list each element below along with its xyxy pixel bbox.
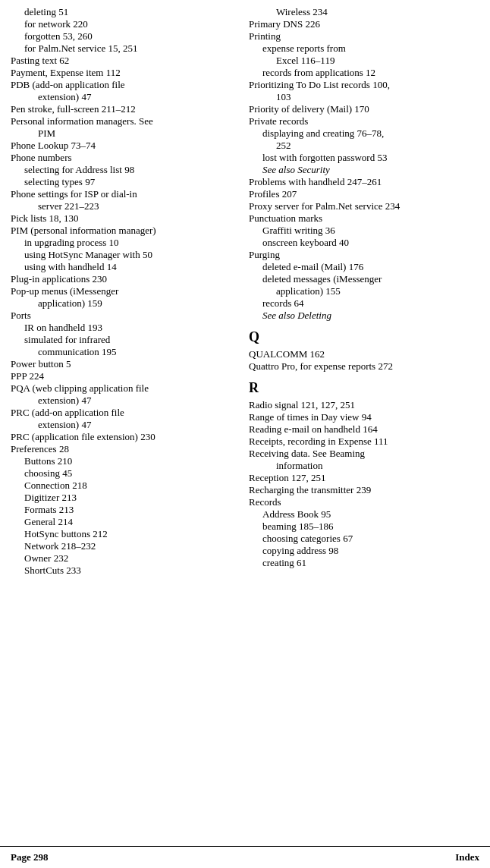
list-item: Records — [249, 496, 479, 508]
list-item: deleted e-mail (Mail) 176 — [249, 261, 479, 273]
list-item: Q — [249, 329, 479, 345]
list-item: PIM — [11, 127, 241, 140]
list-item: Printing — [249, 30, 479, 42]
list-item: for Palm.Net service 15, 251 — [11, 42, 241, 55]
list-item: Plug-in applications 230 — [11, 273, 241, 285]
list-item: displaying and creating 76–78, — [249, 127, 479, 140]
list-item: Phone Lookup 73–74 — [11, 140, 241, 152]
list-item: Range of times in Day view 94 — [249, 411, 479, 423]
list-item: PPP 224 — [11, 370, 241, 382]
list-item: deleted messages (iMessenger — [249, 273, 479, 285]
list-item: PRC (application file extension) 230 — [11, 431, 241, 443]
list-item: lost with forgotten password 53 — [249, 152, 479, 164]
list-item: application) 155 — [249, 285, 479, 297]
page-container: deleting 51for network 220forgotten 53, … — [0, 0, 490, 868]
list-item: Payment, Expense item 112 — [11, 67, 241, 79]
list-item: R — [249, 380, 479, 396]
list-item: Ports — [11, 310, 241, 322]
list-item: HotSync buttons 212 — [11, 528, 241, 540]
list-item: QUALCOMM 162 — [249, 348, 479, 360]
list-item: Receipts, recording in Expense 111 — [249, 436, 479, 448]
list-item: selecting for Address list 98 — [11, 164, 241, 176]
list-item: records 64 — [249, 297, 479, 310]
page-footer: Page 298 Index — [0, 846, 490, 868]
left-column: deleting 51for network 220forgotten 53, … — [11, 6, 241, 577]
list-item: server 221–223 — [11, 200, 241, 212]
list-item: Preferences 28 — [11, 443, 241, 455]
list-item: See also Deleting — [249, 310, 479, 322]
list-item: Proxy server for Palm.Net service 234 — [249, 200, 479, 212]
list-item: Pop-up menus (iMessenger — [11, 285, 241, 297]
list-item: Pick lists 18, 130 — [11, 212, 241, 225]
list-item: Pasting text 62 — [11, 55, 241, 67]
list-item: Network 218–232 — [11, 540, 241, 552]
list-item: beaming 185–186 — [249, 520, 479, 533]
list-item: Receiving data. See Beaming — [249, 448, 479, 460]
list-item: Quattro Pro, for expense reports 272 — [249, 360, 479, 373]
list-item: using with handheld 14 — [11, 261, 241, 273]
list-item: Power button 5 — [11, 358, 241, 370]
list-item: Phone settings for ISP or dial-in — [11, 188, 241, 200]
list-item: PDB (add-on application file — [11, 79, 241, 91]
list-item: records from applications 12 — [249, 67, 479, 79]
two-column-layout: deleting 51for network 220forgotten 53, … — [0, 6, 490, 607]
right-column: Wireless 234Primary DNS 226Printingexpen… — [249, 6, 479, 577]
list-item: Pen stroke, full-screen 211–212 — [11, 103, 241, 115]
list-item: choosing categories 67 — [249, 533, 479, 545]
list-item: copying address 98 — [249, 545, 479, 557]
list-item: using HotSync Manager with 50 — [11, 249, 241, 261]
list-item: Wireless 234 — [249, 6, 479, 18]
list-item: Formats 213 — [11, 504, 241, 516]
list-item: Reception 127, 251 — [249, 472, 479, 484]
list-item: See also Security — [249, 164, 479, 176]
list-item: for network 220 — [11, 18, 241, 30]
list-item: Profiles 207 — [249, 188, 479, 200]
list-item: IR on handheld 193 — [11, 322, 241, 334]
list-item: Address Book 95 — [249, 508, 479, 520]
list-item: Owner 232 — [11, 552, 241, 565]
list-item: ShortCuts 233 — [11, 565, 241, 577]
index-label: Index — [455, 851, 479, 863]
list-item: Punctuation marks — [249, 212, 479, 225]
list-item: PRC (add-on application file — [11, 407, 241, 419]
list-item: onscreen keyboard 40 — [249, 237, 479, 249]
list-item: Purging — [249, 249, 479, 261]
list-item: extension) 47 — [11, 419, 241, 431]
page-number: Page 298 — [11, 851, 48, 863]
list-item: Private records — [249, 115, 479, 127]
list-item: deleting 51 — [11, 6, 241, 18]
list-item: Prioritizing To Do List records 100, — [249, 79, 479, 91]
list-item: extension) 47 — [11, 91, 241, 103]
list-item: Radio signal 121, 127, 251 — [249, 399, 479, 411]
list-item: Problems with handheld 247–261 — [249, 176, 479, 188]
list-item: 103 — [249, 91, 479, 103]
list-item: PIM (personal information manager) — [11, 225, 241, 237]
list-item: Buttons 210 — [11, 455, 241, 467]
list-item: Primary DNS 226 — [249, 18, 479, 30]
list-item: selecting types 97 — [11, 176, 241, 188]
list-item: simulated for infrared — [11, 334, 241, 346]
list-item: Recharging the transmitter 239 — [249, 484, 479, 496]
list-item: Phone numbers — [11, 152, 241, 164]
list-item: Graffiti writing 36 — [249, 225, 479, 237]
list-item: PQA (web clipping application file — [11, 382, 241, 395]
list-item: Personal information managers. See — [11, 115, 241, 127]
list-item: Excel 116–119 — [249, 55, 479, 67]
list-item: in upgrading process 10 — [11, 237, 241, 249]
list-item: expense reports from — [249, 42, 479, 55]
list-item: Connection 218 — [11, 480, 241, 492]
list-item: forgotten 53, 260 — [11, 30, 241, 42]
list-item: communication 195 — [11, 346, 241, 358]
list-item: Reading e-mail on handheld 164 — [249, 423, 479, 436]
list-item: 252 — [249, 140, 479, 152]
list-item: creating 61 — [249, 557, 479, 569]
list-item: extension) 47 — [11, 395, 241, 407]
list-item: information — [249, 460, 479, 472]
list-item: General 214 — [11, 516, 241, 528]
list-item: Digitizer 213 — [11, 492, 241, 504]
list-item: application) 159 — [11, 297, 241, 310]
list-item: Priority of delivery (Mail) 170 — [249, 103, 479, 115]
list-item: choosing 45 — [11, 467, 241, 480]
